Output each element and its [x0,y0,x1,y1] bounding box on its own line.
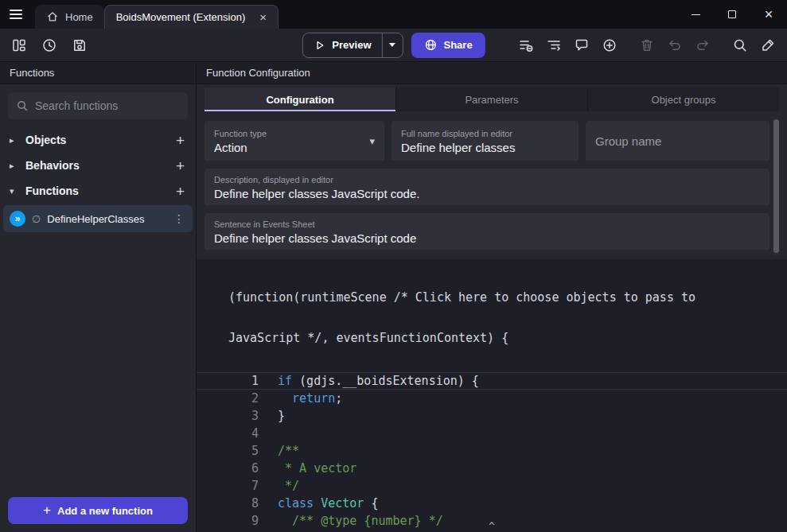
code-line-3[interactable]: 3} [197,407,787,425]
plus-icon: + [43,503,51,518]
tree-item-objects[interactable]: ▸ Objects + [0,127,196,153]
hamburger-icon [10,10,22,19]
js-code-editor[interactable]: (function(runtimeScene /* Click here to … [197,259,787,532]
code-text: /** [259,442,299,460]
tree-item-functions[interactable]: ▾ Functions + [0,178,196,204]
preview-split-button: Preview [302,33,403,58]
toolbar-center-group: Preview Share [302,33,485,58]
form-scrollbar[interactable] [773,119,779,256]
maximize-button[interactable] [714,0,750,29]
expanded-arrow-icon: ▾ [10,186,19,196]
functions-panel: Functions ▸ Objects + ▸ Behaviors + ▾ Fu… [0,62,197,532]
main-area: Functions ▸ Objects + ▸ Behaviors + ▾ Fu… [0,62,787,532]
minimize-button[interactable] [677,0,714,29]
line-number: 1 [197,372,259,390]
play-icon [313,39,325,52]
add-event-icon [518,37,534,53]
add-object-button[interactable]: + [174,133,186,148]
toolbar: Preview Share [0,29,787,62]
function-configuration-panel: Function Configuration Configuration Par… [197,62,787,532]
code-line-8[interactable]: 8class Vector { [197,495,787,512]
code-line-2[interactable]: 2 return; [197,390,787,407]
code-text: /** @type {number} */ [259,512,443,530]
line-number: 8 [197,495,259,512]
function-name: DefineHelperClasses [47,213,166,225]
add-new-function-button[interactable]: + Add a new function [8,497,188,524]
maximize-icon [728,10,736,18]
private-function-icon: ∅ [32,213,41,225]
function-badge-icon: » [10,211,25,227]
function-item-definehelperclasses[interactable]: » ∅ DefineHelperClasses ⋮ [3,205,193,232]
sentence-field[interactable]: Sentence in Events Sheet Define helper c… [205,213,769,250]
share-label: Share [444,39,473,51]
preview-options-button[interactable] [382,33,403,57]
description-label: Description, displayed in editor [214,175,760,184]
choose-and-add-event-button[interactable] [600,36,619,55]
function-menu-button[interactable]: ⋮ [172,212,186,225]
wrapper-line: JavaScript */, eventsFunctionContext) { [228,332,787,345]
group-name-input[interactable] [595,134,760,148]
add-subevent-button[interactable] [544,36,563,55]
function-type-label: Function type [214,129,375,138]
group-name-field[interactable] [586,121,769,161]
tab-home-label: Home [65,11,93,23]
code-text: class Vector { [259,495,378,512]
toolbar-right-group [516,36,777,55]
tab-object-groups[interactable]: Object groups [587,87,779,111]
redo-button[interactable] [693,36,712,55]
search-functions-input[interactable] [35,99,180,112]
scroll-caret-icon[interactable]: ^ [489,521,495,532]
tab-boidsmovement-extension[interactable]: BoidsMovement (Extension) × [104,5,279,29]
recent-files-button[interactable] [40,36,59,55]
config-panel-title: Function Configuration [206,67,310,79]
tree-item-label: Functions [25,184,168,197]
menu-button[interactable] [0,0,32,29]
project-manager-button[interactable] [10,36,29,55]
line-number: 3 [197,407,259,425]
code-text: */ [259,477,299,495]
full-name-field[interactable]: Full name displayed in editor Define hel… [392,121,579,161]
tab-configuration[interactable]: Configuration [205,87,395,111]
add-event-button[interactable] [516,36,536,55]
scrollbar-thumb[interactable] [773,119,779,253]
line-number: 6 [197,460,259,477]
collapsed-arrow-icon: ▸ [10,161,19,171]
share-button[interactable]: Share [411,33,485,58]
layout-icon [11,37,27,53]
tab-label: Object groups [652,94,716,106]
delete-button[interactable] [637,36,656,55]
editor-settings-button[interactable] [758,36,777,55]
preview-label: Preview [332,39,371,51]
titlebar: Home BoidsMovement (Extension) × × [0,0,787,29]
chevron-down-icon: ▾ [369,135,375,147]
code-line-7[interactable]: 7 */ [197,477,787,495]
add-function-button[interactable]: + [174,184,186,199]
add-behavior-button[interactable]: + [174,158,186,173]
sentence-label: Sentence in Events Sheet [214,219,760,229]
function-type-value: Action [214,141,375,154]
add-subevent-icon [546,37,562,53]
save-button[interactable] [70,36,89,55]
add-comment-button[interactable] [572,36,591,55]
function-type-select[interactable]: Function type Action ▾ [205,121,384,161]
tab-parameters[interactable]: Parameters [395,87,587,111]
preview-button[interactable]: Preview [302,33,381,57]
close-tab-icon[interactable]: × [259,11,267,23]
tab-label: BoidsMovement (Extension) [116,11,246,23]
tab-home[interactable]: Home [35,5,104,29]
functions-panel-header: Functions [0,62,196,84]
function-search[interactable] [8,92,188,119]
description-value: Define helper classes JavaScript code. [214,187,760,200]
close-window-button[interactable]: × [750,0,787,29]
tree-item-behaviors[interactable]: ▸ Behaviors + [0,153,196,178]
pen-icon [760,37,776,53]
code-line-4[interactable]: 4 [197,425,787,442]
code-line-5[interactable]: 5/** [197,442,787,460]
code-line-6[interactable]: 6 * A vector [197,460,787,477]
undo-icon [667,37,683,53]
code-line-1[interactable]: 1if (gdjs.__boidsExtension) { [197,372,787,390]
undo-button[interactable] [665,36,684,55]
description-field[interactable]: Description, displayed in editor Define … [205,169,769,205]
search-button[interactable] [731,36,750,55]
code-text: if (gdjs.__boidsExtension) { [259,372,479,390]
